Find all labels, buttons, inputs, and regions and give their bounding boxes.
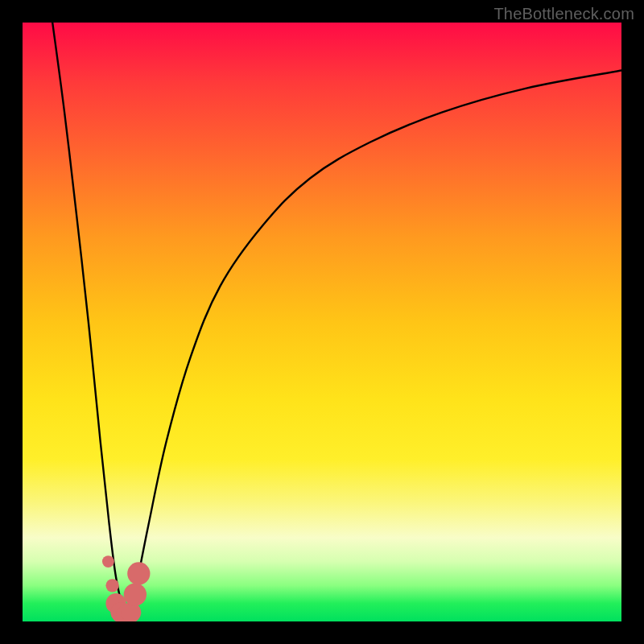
plot-area (23, 23, 621, 621)
series-right-branch (130, 71, 621, 610)
data-marker (124, 583, 147, 605)
series-left-branch (52, 23, 122, 604)
attribution-text: TheBottleneck.com (493, 5, 634, 23)
data-marker (105, 579, 118, 592)
chart-frame: TheBottleneck.com (0, 0, 644, 644)
data-marker (127, 562, 150, 584)
curve-layer (52, 23, 621, 609)
marker-layer (102, 555, 151, 621)
data-marker (102, 555, 114, 568)
chart-svg (23, 23, 621, 621)
